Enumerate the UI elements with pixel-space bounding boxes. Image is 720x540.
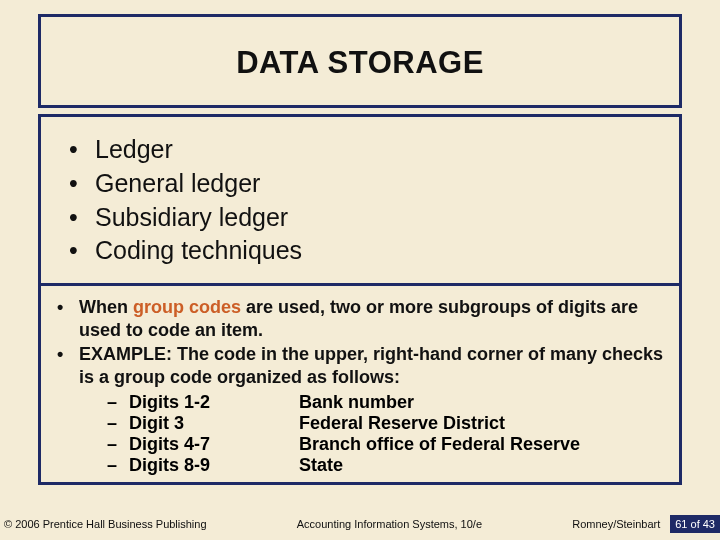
text-prefix: When: [79, 297, 133, 317]
detail-item-2-text: EXAMPLE: The code in the upper, right-ha…: [79, 344, 663, 387]
row-value: Branch office of Federal Reserve: [299, 434, 580, 455]
table-row: – Digits 8-9 State: [107, 455, 665, 476]
row-key: Digits 1-2: [129, 392, 299, 413]
dash-icon: –: [107, 434, 129, 455]
row-key: Digit 3: [129, 413, 299, 434]
highlight-text: group codes: [133, 297, 241, 317]
footer-book-title: Accounting Information Systems, 10/e: [207, 518, 573, 530]
bullet-icon: •: [57, 343, 63, 366]
dash-icon: –: [107, 392, 129, 413]
slide-title: DATA STORAGE: [41, 45, 679, 81]
footer: © 2006 Prentice Hall Business Publishing…: [0, 515, 720, 533]
detail-item-1: • When group codes are used, two or more…: [55, 296, 665, 341]
row-value: State: [299, 455, 343, 476]
main-bullet-list: Ledger General ledger Subsidiary ledger …: [69, 133, 651, 268]
detail-item-2: • EXAMPLE: The code in the upper, right-…: [55, 343, 665, 388]
row-value: Federal Reserve District: [299, 413, 505, 434]
list-item: Ledger: [69, 133, 651, 167]
list-item: Subsidiary ledger: [69, 201, 651, 235]
dash-icon: –: [107, 455, 129, 476]
table-row: – Digit 3 Federal Reserve District: [107, 413, 665, 434]
bullet-icon: •: [57, 296, 63, 319]
dash-icon: –: [107, 413, 129, 434]
list-item: Coding techniques: [69, 234, 651, 268]
table-row: – Digits 1-2 Bank number: [107, 392, 665, 413]
code-table: – Digits 1-2 Bank number – Digit 3 Feder…: [107, 392, 665, 476]
detail-frame: • When group codes are used, two or more…: [38, 283, 682, 485]
page-number-badge: 61 of 43: [670, 515, 720, 533]
title-frame: DATA STORAGE: [38, 14, 682, 108]
row-value: Bank number: [299, 392, 414, 413]
footer-copyright: © 2006 Prentice Hall Business Publishing: [4, 518, 207, 530]
footer-authors: Romney/Steinbart: [572, 518, 664, 530]
row-key: Digits 8-9: [129, 455, 299, 476]
row-key: Digits 4-7: [129, 434, 299, 455]
table-row: – Digits 4-7 Branch office of Federal Re…: [107, 434, 665, 455]
detail-list: • When group codes are used, two or more…: [55, 296, 665, 388]
list-item: General ledger: [69, 167, 651, 201]
